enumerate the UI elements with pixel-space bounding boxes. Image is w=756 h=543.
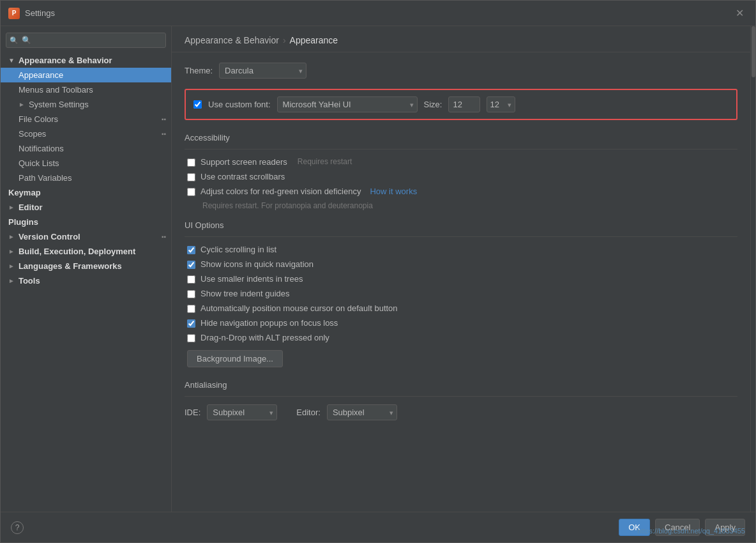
- apply-button[interactable]: Apply: [705, 519, 745, 536]
- accessibility-divider: [185, 149, 737, 149]
- contrast-scrollbars-checkbox[interactable]: [187, 173, 195, 181]
- smaller-indents-label: Use smaller indents in trees: [200, 274, 303, 284]
- theme-select-wrap[interactable]: Darcula IntelliJ High contrast Windows 1…: [219, 63, 306, 79]
- size-select-wrap[interactable]: 12 10 11 13 14: [487, 96, 515, 112]
- window-title: Settings: [25, 8, 732, 18]
- sidebar-item-languages-frameworks[interactable]: ► Languages & Frameworks: [1, 259, 171, 273]
- sidebar-item-path-variables[interactable]: Path Variables: [1, 171, 171, 185]
- editor-select[interactable]: Subpixel Greyscale None: [327, 404, 397, 420]
- custom-font-box: Use custom font: Microsoft YaHei UI Aria…: [185, 89, 737, 120]
- antialiasing-divider: [185, 396, 737, 397]
- adjust-colors-checkbox[interactable]: [187, 188, 195, 196]
- sidebar-item-plugins[interactable]: Plugins: [1, 215, 171, 229]
- drag-n-drop-label: Drag-n-Drop with ALT pressed only: [200, 333, 329, 342]
- breadcrumb-separator: ›: [283, 35, 286, 45]
- ide-select-wrap[interactable]: Subpixel Greyscale None: [207, 404, 277, 420]
- sidebar-item-tools[interactable]: ► Tools: [1, 273, 171, 288]
- show-icons-quick-nav-label: Show icons in quick navigation: [200, 259, 314, 269]
- main-content: Theme: Darcula IntelliJ High contrast Wi…: [172, 52, 750, 512]
- hide-nav-popups-row: Hide navigation popups on focus loss: [185, 318, 737, 328]
- theme-row: Theme: Darcula IntelliJ High contrast Wi…: [185, 63, 737, 79]
- custom-font-checkbox[interactable]: [193, 100, 202, 109]
- cancel-button[interactable]: Cancel: [655, 519, 700, 536]
- auto-position-mouse-row: Automatically position mouse cursor on d…: [185, 303, 737, 313]
- content-area: 🔍 ▼ Appearance & Behavior Appearance Men…: [1, 26, 755, 512]
- contrast-scrollbars-label: Use contrast scrollbars: [200, 172, 285, 181]
- editor-select-wrap[interactable]: Subpixel Greyscale None: [327, 404, 397, 420]
- contrast-scrollbars-row: Use contrast scrollbars: [185, 172, 737, 181]
- how-it-works-link[interactable]: How it works: [370, 187, 417, 196]
- theme-label: Theme:: [185, 66, 213, 75]
- antialiasing-title: Antialiasing: [185, 380, 737, 390]
- sidebar-item-label: Menus and Toolbars: [19, 85, 93, 95]
- hide-nav-popups-checkbox[interactable]: [187, 319, 195, 328]
- arrow-icon: ►: [8, 233, 15, 240]
- cyclic-scroll-checkbox[interactable]: [187, 246, 195, 254]
- size-label: Size:: [424, 100, 442, 109]
- custom-font-label: Use custom font:: [208, 100, 271, 109]
- show-icons-quick-nav-row: Show icons in quick navigation: [185, 259, 737, 269]
- sidebar-item-build-execution[interactable]: ► Build, Execution, Deployment: [1, 244, 171, 259]
- version-control-badge: ▪▪: [162, 233, 166, 240]
- requires-restart-note: Requires restart: [298, 157, 352, 166]
- sidebar-item-keymap[interactable]: Keymap: [1, 185, 171, 200]
- ui-options-divider: [185, 236, 737, 237]
- ui-options-section: UI Options Cyclic scrolling in list Show…: [185, 220, 737, 367]
- breadcrumb-parent: Appearance & Behavior: [185, 35, 279, 45]
- sidebar-item-appearance[interactable]: Appearance: [1, 68, 171, 82]
- arrow-icon: ►: [19, 101, 25, 108]
- adjust-colors-sub-note: Requires restart. For protanopia and deu…: [202, 201, 737, 210]
- sidebar-item-menus-toolbars[interactable]: Menus and Toolbars: [1, 82, 171, 97]
- adjust-colors-label: Adjust colors for red-green vision defic…: [200, 187, 361, 196]
- ui-options-title: UI Options: [185, 220, 737, 230]
- editor-label: Editor:: [296, 408, 321, 417]
- antialiasing-section: Antialiasing IDE: Subpixel Greyscale Non…: [185, 380, 737, 420]
- sidebar-item-version-control[interactable]: ► Version Control ▪▪: [1, 229, 171, 244]
- sidebar-item-scopes[interactable]: Scopes ▪▪: [1, 126, 171, 141]
- sidebar-item-editor[interactable]: ► Editor: [1, 200, 171, 215]
- ide-select[interactable]: Subpixel Greyscale None: [207, 404, 277, 420]
- font-select-wrap[interactable]: Microsoft YaHei UI Arial Consolas Segoe …: [277, 96, 418, 112]
- sidebar-item-appearance-behavior[interactable]: ▼ Appearance & Behavior: [1, 53, 171, 68]
- main-panel: Appearance & Behavior › Appearance Theme…: [172, 26, 750, 512]
- size-select[interactable]: 12 10 11 13 14: [487, 96, 515, 112]
- font-select[interactable]: Microsoft YaHei UI Arial Consolas Segoe …: [277, 96, 418, 112]
- arrow-icon: ▼: [8, 57, 15, 64]
- size-input[interactable]: [448, 96, 480, 112]
- drag-n-drop-checkbox[interactable]: [187, 334, 195, 342]
- help-button[interactable]: ?: [11, 521, 24, 534]
- cyclic-scroll-label: Cyclic scrolling in list: [200, 245, 276, 254]
- close-button[interactable]: ✕: [732, 6, 748, 20]
- support-screen-readers-checkbox[interactable]: [187, 158, 195, 167]
- theme-select[interactable]: Darcula IntelliJ High contrast Windows 1…: [219, 63, 306, 79]
- sidebar-item-label: Path Variables: [19, 173, 72, 183]
- search-box[interactable]: 🔍: [6, 33, 166, 48]
- ok-button[interactable]: OK: [619, 519, 650, 536]
- tree-indent-label: Show tree indent guides: [200, 289, 289, 298]
- sidebar-item-system-settings[interactable]: ► System Settings: [1, 97, 171, 112]
- sidebar-item-file-colors[interactable]: File Colors ▪▪: [1, 112, 171, 126]
- arrow-icon: ►: [8, 248, 15, 255]
- hide-nav-popups-label: Hide navigation popups on focus loss: [200, 318, 338, 328]
- file-colors-badge: ▪▪: [162, 116, 166, 123]
- tree-indent-checkbox[interactable]: [187, 290, 195, 298]
- show-icons-quick-nav-checkbox[interactable]: [187, 261, 195, 269]
- sidebar-item-quick-lists[interactable]: Quick Lists: [1, 156, 171, 171]
- support-screen-readers-label: Support screen readers: [200, 157, 287, 167]
- bottom-bar: ? OK Cancel Apply https://blog.csdn.net/…: [1, 512, 755, 542]
- sidebar-item-notifications[interactable]: Notifications: [1, 141, 171, 156]
- arrow-icon: ►: [8, 204, 15, 211]
- ide-label: IDE:: [185, 408, 200, 417]
- auto-position-mouse-checkbox[interactable]: [187, 305, 195, 313]
- sidebar-item-label: File Colors: [19, 114, 58, 124]
- smaller-indents-row: Use smaller indents in trees: [185, 274, 737, 284]
- sidebar-item-label: Version Control: [19, 232, 80, 241]
- background-image-button[interactable]: Background Image...: [187, 350, 283, 367]
- search-input[interactable]: [6, 33, 166, 48]
- sidebar-item-label: Appearance: [19, 70, 63, 80]
- search-icon: 🔍: [10, 36, 19, 45]
- accessibility-section: Accessibility Support screen readers Req…: [185, 133, 737, 210]
- cyclic-scroll-row: Cyclic scrolling in list: [185, 245, 737, 254]
- smaller-indents-checkbox[interactable]: [187, 275, 195, 284]
- scrollbar-thumb[interactable]: [752, 26, 755, 77]
